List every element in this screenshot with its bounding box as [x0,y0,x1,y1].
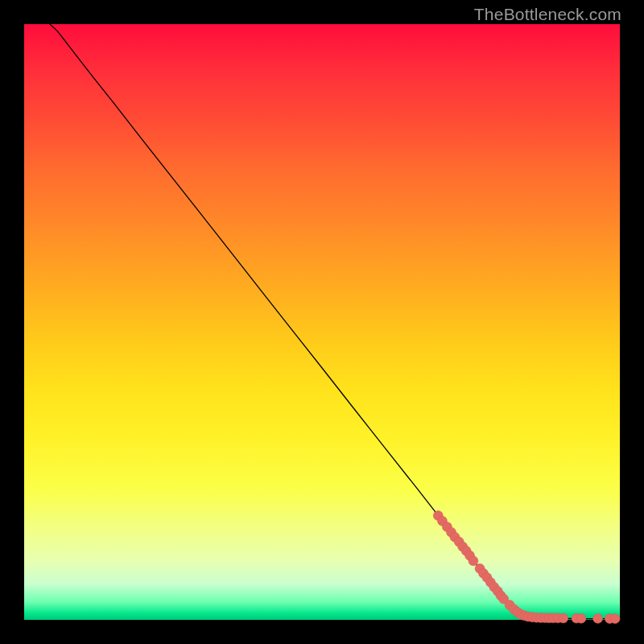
chart-curve [50,24,617,619]
chart-marker [469,556,478,566]
watermark-text: TheBottleneck.com [474,5,621,24]
chart-svg [24,24,620,620]
chart-marker [576,613,586,623]
chart-marker [559,613,568,623]
chart-marker [610,614,620,624]
chart-stage: TheBottleneck.com [0,0,644,644]
chart-markers [433,511,620,624]
chart-marker [593,613,603,623]
